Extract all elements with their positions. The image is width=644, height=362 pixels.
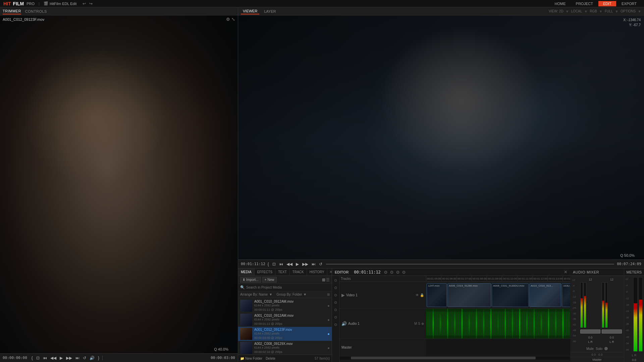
media-panel: MEDIA EFFECTS TEXT TRACK HISTORY ✕ ⬇ Imp… bbox=[238, 268, 332, 362]
media-tab-history[interactable]: HISTORY bbox=[307, 268, 327, 276]
next-frame-btn[interactable]: ⏭ bbox=[74, 356, 80, 360]
audio-btn[interactable]: 🔊 bbox=[89, 356, 96, 360]
clip[interactable]: 124T.mov bbox=[427, 283, 447, 307]
mark-out-btn[interactable]: } bbox=[97, 356, 100, 360]
media-tab-track[interactable]: TRACK bbox=[290, 268, 307, 276]
media-item-meta2: 00:00:02:10 @ 25fps bbox=[254, 350, 325, 354]
list-item[interactable]: A001_C010_0912AM.mov 6144 x 2592 pixels … bbox=[238, 313, 332, 327]
viewer-next[interactable]: ⏭ bbox=[311, 262, 317, 266]
nav-home[interactable]: HOME bbox=[550, 1, 571, 6]
editor-ripple[interactable]: ⊙ bbox=[401, 270, 406, 275]
viewer-scrubber[interactable] bbox=[326, 264, 614, 264]
new-folder-button[interactable]: 📁 New Folder bbox=[240, 357, 262, 360]
group-dropdown-icon[interactable]: ▼ bbox=[303, 293, 307, 296]
mark-in-btn[interactable]: { bbox=[31, 356, 34, 360]
audio-keyframe-btn[interactable]: ⊕ bbox=[421, 322, 424, 325]
fader-knob-2[interactable] bbox=[602, 329, 622, 334]
import-icon: ⬇ bbox=[243, 278, 245, 282]
redo-button[interactable]: ↪ bbox=[89, 1, 93, 6]
snap-btn[interactable]: ⊡ bbox=[35, 356, 41, 360]
viewer-play[interactable]: ▶ bbox=[295, 262, 300, 266]
timeline-content-wrapper: Tracks 00:01:05:00 00:01:06:00 00:01:07:… bbox=[339, 276, 570, 362]
tab-layer[interactable]: LAYER bbox=[262, 9, 278, 14]
prev-frame-btn[interactable]: ⏮ bbox=[42, 356, 48, 360]
expand-icon[interactable]: ⤡ bbox=[231, 17, 235, 22]
nav-edit[interactable]: EDIT bbox=[598, 1, 616, 6]
delete-media-button[interactable]: Delete bbox=[266, 357, 275, 360]
media-action-btn-selected[interactable]: ● bbox=[327, 332, 330, 336]
viewer-step-back[interactable]: ◀◀ bbox=[285, 262, 293, 266]
nav-export[interactable]: EXPORT bbox=[617, 1, 641, 6]
media-action-btn[interactable]: ● bbox=[327, 346, 330, 350]
play-btn[interactable]: ▶ bbox=[59, 356, 64, 360]
search-input[interactable] bbox=[246, 286, 330, 289]
viewer-prev[interactable]: ⏮ bbox=[278, 262, 284, 266]
tab-trimmer[interactable]: TRIMMER bbox=[3, 8, 21, 14]
media-item-info: A001_C012_09123F.mov 6144 x 2592 pixels … bbox=[254, 328, 325, 340]
audio-solo-btn[interactable]: S bbox=[418, 322, 420, 325]
channel-1-value: 0.0 bbox=[588, 336, 593, 339]
new-media-button[interactable]: + New bbox=[262, 277, 277, 283]
nav-project[interactable]: PROJECT bbox=[571, 1, 598, 6]
clip[interactable]: A010_C016_913... bbox=[529, 283, 561, 307]
media-action-btn[interactable]: ● bbox=[327, 304, 330, 308]
viewer-step-fwd[interactable]: ▶▶ bbox=[301, 262, 309, 266]
media-action-btn[interactable]: ● bbox=[327, 318, 330, 322]
arrange-dropdown-icon[interactable]: ▼ bbox=[269, 293, 272, 296]
media-tab-text[interactable]: TEXT bbox=[275, 268, 290, 276]
undo-button[interactable]: ↩ bbox=[82, 1, 87, 6]
timeline-tool-3[interactable]: ⊙ bbox=[333, 292, 339, 298]
db-scale-labels: 12 -4 -8 -12 -18 -24 -30 -36 -42 -48 -54… bbox=[572, 278, 579, 344]
list-item[interactable]: A002_C008_09129X.mov 6144 x 2592 pixels … bbox=[238, 341, 332, 355]
grid-view-btn[interactable]: ⊞ bbox=[322, 278, 325, 282]
clip[interactable]: 333U.mov bbox=[562, 283, 570, 307]
viewer-snap[interactable]: ⊡ bbox=[271, 262, 277, 266]
fader-knob-1[interactable] bbox=[580, 329, 600, 334]
solo-button[interactable]: Solo bbox=[596, 347, 602, 351]
meter-bar-r2 bbox=[605, 282, 608, 328]
clip[interactable]: A008_C031_9130DU.mov bbox=[492, 283, 529, 307]
master-track-content bbox=[426, 339, 570, 356]
timeline-tool-2[interactable]: ⊙ bbox=[333, 285, 339, 291]
editor-lift[interactable]: ⊙ bbox=[395, 270, 400, 275]
video-clips-container: 124T.mov A006_C019_91286.mov A008_C031_9… bbox=[426, 282, 570, 308]
track-visibility-btn[interactable]: 👁 bbox=[416, 293, 419, 297]
media-item-meta1: 6144 x 2592 pixels bbox=[254, 331, 325, 336]
viewer-loop[interactable]: ↺ bbox=[318, 262, 323, 266]
list-item[interactable]: A001_C010_0912AM.mov 6144 x 2592 pixels … bbox=[238, 299, 332, 313]
mute-button[interactable]: Mute bbox=[586, 347, 594, 351]
editor-close-btn[interactable]: ✕ bbox=[564, 269, 568, 275]
timeline-scroll-thumb[interactable] bbox=[351, 357, 535, 359]
timeline-scrollbar[interactable] bbox=[339, 356, 570, 360]
editor-mark-out[interactable]: ⊙ bbox=[389, 270, 394, 275]
list-view-btn[interactable]: ☰ bbox=[326, 278, 330, 282]
settings-icon[interactable]: ⚙ bbox=[226, 17, 230, 22]
timeline-tool-5[interactable]: ⊙ bbox=[333, 307, 339, 313]
step-back-btn[interactable]: ◀◀ bbox=[49, 356, 57, 360]
step-fwd-btn[interactable]: ▶▶ bbox=[65, 356, 73, 360]
group-label: Group By: Folder bbox=[276, 293, 302, 296]
source-filename: A001_C012_09123F.mov bbox=[3, 17, 44, 21]
tab-controls[interactable]: CONTROLS bbox=[25, 9, 47, 14]
editor-mark-in[interactable]: ⊙ bbox=[383, 270, 388, 275]
tab-viewer[interactable]: VIEWER bbox=[241, 8, 259, 14]
mixer-channel-2: 12 0.0 L R bbox=[602, 278, 622, 344]
audio-mute-btn[interactable]: M bbox=[414, 322, 417, 325]
timeline-tool-6[interactable]: ⊙ bbox=[333, 314, 339, 320]
viewer-xy-coords: X: -1346.74 Y: -67.7 bbox=[623, 17, 641, 27]
timeline-tool-1[interactable]: ⊙ bbox=[333, 277, 339, 283]
import-button[interactable]: ⬇ Import... bbox=[240, 277, 261, 283]
list-item[interactable]: A001_C012_09123F.mov 6144 x 2592 pixels … bbox=[238, 327, 332, 341]
ruler-marks: 00:01:05:00 00:01:06:00 00:01:07:00 00:0… bbox=[426, 276, 570, 282]
clip[interactable]: A006_C019_91286.mov bbox=[447, 283, 491, 307]
track-lock-btn[interactable]: 🔒 bbox=[420, 293, 424, 297]
loop-btn[interactable]: ↺ bbox=[82, 356, 87, 360]
media-tab-effects[interactable]: EFFECTS bbox=[255, 268, 276, 276]
timeline-tool-4[interactable]: ⊙ bbox=[333, 299, 339, 305]
media-item-name: A001_C012_09123F.mov bbox=[254, 328, 325, 331]
meters-value: 0.0 bbox=[624, 358, 644, 362]
timeline-scroll-btn[interactable]: ⊙ bbox=[333, 321, 339, 327]
arrange-icon[interactable]: ⊞ bbox=[327, 293, 330, 296]
media-tab-media[interactable]: MEDIA bbox=[238, 268, 255, 276]
viewer-mark-in[interactable]: { bbox=[267, 262, 270, 266]
